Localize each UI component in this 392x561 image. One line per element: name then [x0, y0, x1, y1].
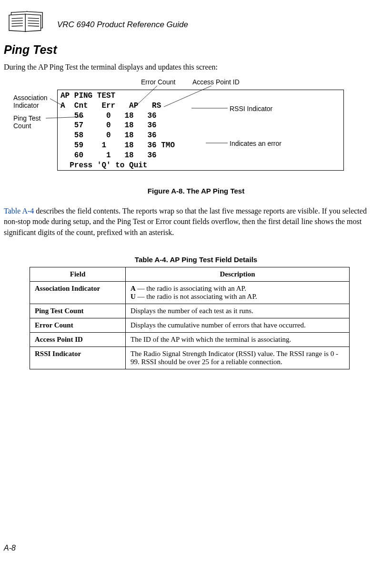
table-cell-desc: The ID of the AP with which the terminal… — [126, 333, 350, 347]
table-header-desc: Description — [126, 267, 350, 282]
table-caption: Table A-4. AP Ping Test Field Details — [0, 255, 392, 264]
table-row: Association Indicator A — the radio is a… — [30, 282, 350, 304]
terminal-row: 58 0 18 36 — [60, 131, 157, 140]
terminal-header-row: A Cnt Err AP RS — [60, 102, 161, 110]
table-cell-desc: A — the radio is associating with an AP.… — [126, 282, 350, 304]
table-header-row: Field Description — [30, 267, 350, 282]
table-cell-desc: Displays the cumulative number of errors… — [126, 318, 350, 333]
table-cell-desc: The Radio Signal Strength Indicator (RSS… — [126, 347, 350, 369]
page: VRC 6940 Product Reference Guide Ping Te… — [0, 0, 392, 561]
terminal-title: AP PING TEST — [60, 92, 115, 100]
terminal-footer: Press 'Q' to Quit — [60, 161, 147, 170]
table-cell-field: RSSI Indicator — [30, 347, 126, 369]
terminal-text: AP PING TEST A Cnt Err AP RS 56 0 18 36 … — [58, 90, 343, 170]
table-cell-desc: Displays the number of each test as it r… — [126, 304, 350, 318]
desc-line: A — the radio is associating with an AP. — [131, 285, 344, 293]
table-row: Error Count Displays the cumulative numb… — [30, 318, 350, 333]
desc-line: U — the radio is not associating with an… — [131, 293, 344, 301]
table-row: RSSI Indicator The Radio Signal Strength… — [30, 347, 350, 369]
page-number: A-8 — [4, 544, 16, 552]
terminal-row: 60 1 18 36 — [60, 151, 157, 160]
table-cell-field: Error Count — [30, 318, 126, 333]
terminal-row: 56 0 18 36 — [60, 112, 157, 120]
table-header-field: Field — [30, 267, 126, 282]
table-row: Access Point ID The ID of the AP with wh… — [30, 333, 350, 347]
figure-caption: Figure A-8. The AP Ping Test — [0, 187, 392, 195]
table-row: Ping Test Count Displays the number of e… — [30, 304, 350, 318]
terminal-row: 57 0 18 36 — [60, 121, 157, 130]
table-reference-link[interactable]: Table A-4 — [4, 207, 34, 215]
field-details-table: Field Description Association Indicator … — [30, 267, 350, 369]
body-rest: describes the field contents. The report… — [4, 207, 367, 236]
terminal-row: 59 1 18 36 TMO — [60, 141, 175, 150]
table-cell-field: Association Indicator — [30, 282, 126, 304]
table-cell-field: Access Point ID — [30, 333, 126, 347]
body-paragraph: Table A-4 describes the field contents. … — [4, 206, 382, 238]
terminal-screen: AP PING TEST A Cnt Err AP RS 56 0 18 36 … — [57, 90, 344, 171]
table-cell-field: Ping Test Count — [30, 304, 126, 318]
